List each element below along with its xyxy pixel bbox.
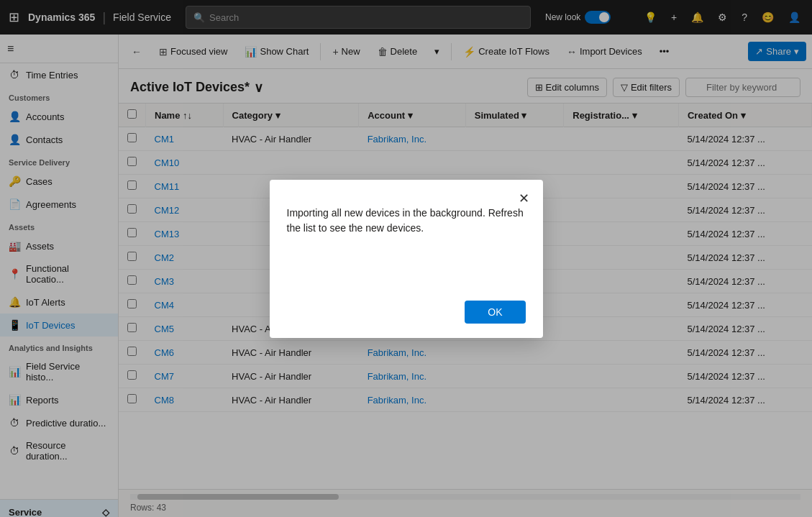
modal-close-icon: ✕ xyxy=(519,191,529,206)
modal-close-button[interactable]: ✕ xyxy=(514,188,534,209)
modal-box: ✕ Importing all new devices in the backg… xyxy=(270,180,543,338)
modal-overlay[interactable]: ✕ Importing all new devices in the backg… xyxy=(0,0,812,517)
modal-message: Importing all new devices in the backgro… xyxy=(287,206,526,236)
modal-footer: OK xyxy=(287,289,526,324)
modal-body: Importing all new devices in the backgro… xyxy=(287,194,526,289)
modal-ok-button[interactable]: OK xyxy=(465,301,525,324)
modal-ok-label: OK xyxy=(488,306,502,318)
